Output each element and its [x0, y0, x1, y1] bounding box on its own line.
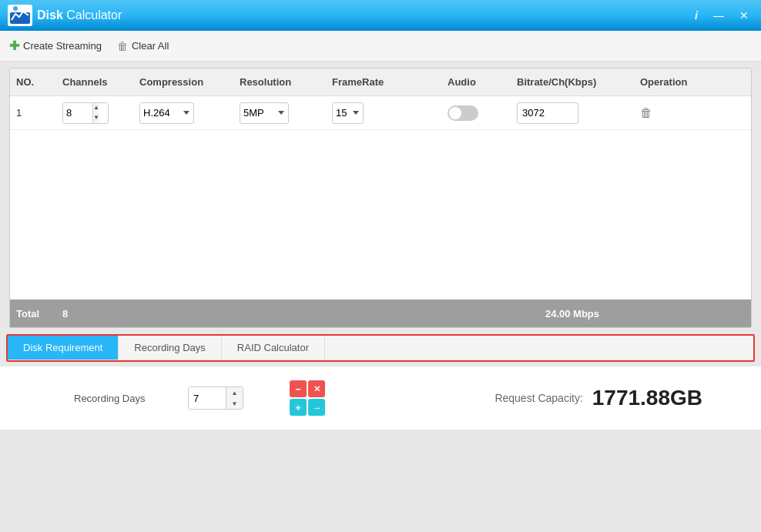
- calc-icon-group: − ✕ + →: [290, 380, 325, 416]
- audio-toggle[interactable]: [448, 105, 478, 121]
- calc-bottom-row: + →: [290, 399, 325, 416]
- col-no: NO.: [10, 76, 56, 88]
- tabs-area: Disk Requirement Recording Days RAID Cal…: [6, 334, 755, 362]
- table-empty-area: [10, 130, 751, 299]
- row-bitrate: 3072: [511, 102, 634, 124]
- row-audio: [441, 105, 511, 121]
- tab-disk-requirement[interactable]: Disk Requirement: [8, 336, 119, 360]
- tab-raid-calculator[interactable]: RAID Calculator: [222, 336, 325, 360]
- recording-days-label: Recording Days: [74, 393, 182, 404]
- app-title: Disk Calculator: [37, 8, 122, 22]
- col-audio: Audio: [441, 76, 511, 88]
- capacity-value: 1771.88GB: [592, 386, 702, 410]
- total-mbps: 24.00 Mbps: [511, 308, 634, 320]
- table-row: 1 8 ▲ ▼ H.264 H.265 MJPEG 5MP 4MP 3MP: [10, 96, 751, 130]
- toolbar: ✚ Create Streaming 🗑 Clear All: [0, 31, 761, 62]
- svg-point-1: [13, 6, 18, 11]
- calc-right-button[interactable]: →: [308, 399, 325, 416]
- col-resolution: Resolution: [233, 76, 326, 88]
- request-label: Request Capacity:: [494, 392, 582, 404]
- row-channels: 8 ▲ ▼: [56, 102, 133, 124]
- col-operation: Operation: [634, 76, 696, 88]
- tab-recording-days[interactable]: Recording Days: [119, 336, 222, 360]
- row-no: 1: [10, 107, 56, 119]
- col-bitrate: Bitrate/Ch(Kbps): [511, 76, 634, 88]
- calc-minus-button[interactable]: −: [290, 380, 307, 397]
- plus-icon: ✚: [9, 38, 19, 53]
- row-operation: 🗑: [634, 106, 696, 120]
- clear-all-button[interactable]: 🗑 Clear All: [117, 40, 169, 52]
- trash-icon: 🗑: [117, 40, 128, 52]
- recording-days-up[interactable]: ▲: [226, 387, 243, 398]
- resolution-select[interactable]: 5MP 4MP 3MP 2MP 1080P 720P: [240, 102, 289, 124]
- create-streaming-label: Create Streaming: [23, 40, 102, 52]
- channels-spinner[interactable]: 8 ▲ ▼: [62, 102, 109, 124]
- bitrate-input[interactable]: 3072: [517, 102, 578, 124]
- framerate-select[interactable]: 15 10 8 5 1 25 30: [332, 102, 364, 124]
- create-streaming-button[interactable]: ✚ Create Streaming: [9, 38, 102, 53]
- bottom-panel: Recording Days 7 ▲ ▼ − ✕ + → Request Cap…: [0, 366, 761, 430]
- title-bar: Disk Calculator i — ✕: [0, 0, 761, 31]
- recording-days-spinner[interactable]: 7 ▲ ▼: [188, 386, 243, 410]
- recording-days-arrows: ▲ ▼: [226, 387, 243, 409]
- channels-up[interactable]: ▲: [93, 103, 99, 113]
- clear-all-label: Clear All: [132, 40, 169, 52]
- table-header: NO. Channels Compression Resolution Fram…: [10, 69, 751, 96]
- calc-top-row: − ✕: [290, 380, 325, 397]
- window-controls: i — ✕: [690, 8, 753, 23]
- channels-arrows: ▲ ▼: [92, 103, 99, 123]
- logo-icon: [8, 5, 32, 26]
- tabs: Disk Requirement Recording Days RAID Cal…: [8, 336, 753, 360]
- channels-input[interactable]: 8: [63, 103, 92, 123]
- col-framerate: FrameRate: [326, 76, 441, 88]
- calc-close-button[interactable]: ✕: [308, 380, 325, 397]
- row-resolution: 5MP 4MP 3MP 2MP 1080P 720P: [233, 102, 326, 124]
- main-table: NO. Channels Compression Resolution Fram…: [9, 68, 752, 328]
- row-framerate: 15 10 8 5 1 25 30: [326, 102, 441, 124]
- row-compression: H.264 H.265 MJPEG: [133, 102, 233, 124]
- request-section: Request Capacity: 1771.88GB: [494, 386, 702, 410]
- col-channels: Channels: [56, 76, 133, 88]
- total-bar: Total 8 24.00 Mbps: [10, 299, 751, 327]
- minimize-button[interactable]: —: [709, 8, 729, 23]
- compression-select[interactable]: H.264 H.265 MJPEG: [139, 102, 194, 124]
- info-button[interactable]: i: [690, 8, 702, 23]
- delete-row-button[interactable]: 🗑: [640, 106, 652, 119]
- recording-days-down[interactable]: ▼: [226, 398, 243, 409]
- calc-plus-button[interactable]: +: [290, 399, 307, 416]
- col-compression: Compression: [133, 76, 233, 88]
- close-button[interactable]: ✕: [735, 8, 753, 23]
- total-label: Total: [10, 308, 56, 320]
- channels-down[interactable]: ▼: [93, 113, 99, 123]
- recording-days-input[interactable]: 7: [189, 387, 226, 409]
- total-value: 8: [56, 308, 133, 320]
- app-logo: Disk Calculator: [8, 5, 690, 26]
